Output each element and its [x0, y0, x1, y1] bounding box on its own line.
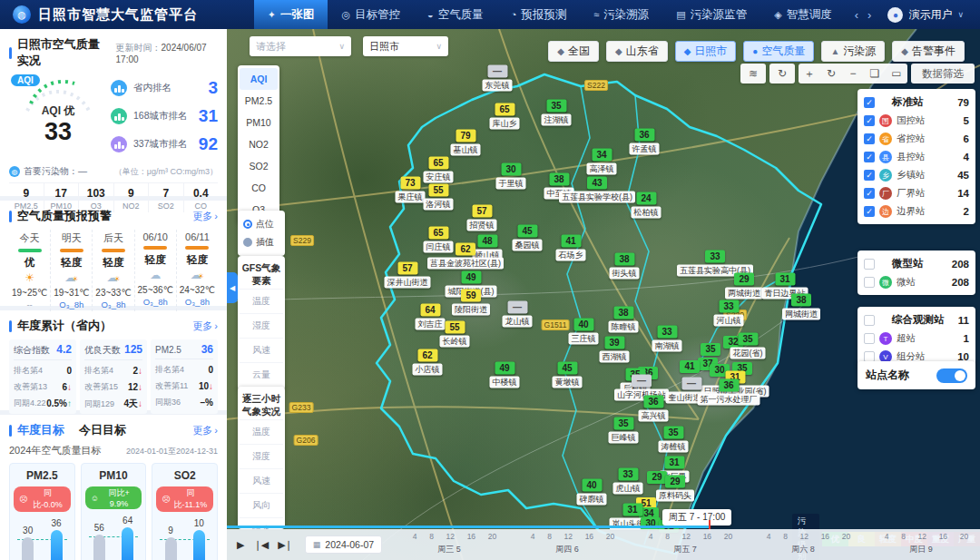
- data-filter-button[interactable]: 数据筛选: [911, 64, 975, 84]
- nav-item-空气质量[interactable]: ◒空气质量: [414, 0, 497, 29]
- map-button-空气质量[interactable]: ●空气质量: [743, 41, 814, 62]
- timeline-day-周三 5[interactable]: 48121620周三 5: [390, 529, 508, 560]
- timeline-day-周六 8[interactable]: 48121620周六 8: [744, 529, 862, 560]
- station-marker-龙山镇[interactable]: —龙山镇: [503, 301, 533, 328]
- nav-item-预报预测[interactable]: ◔预报预测: [497, 0, 581, 29]
- wind-layer-button[interactable]: ≋: [740, 64, 766, 84]
- gfs-item-湿度[interactable]: 湿度: [240, 313, 283, 338]
- checkbox-icon[interactable]: ✓: [864, 97, 875, 108]
- tab-today-target[interactable]: 今日目标: [79, 422, 126, 438]
- station-marker-西湖镇[interactable]: 39西湖镇: [600, 337, 630, 363]
- zoom-out-icon[interactable]: −: [842, 67, 864, 80]
- station-marker-莒县金波苑社区(县)[interactable]: 62莒县金波苑社区(县): [427, 243, 504, 270]
- threehour-item-温度[interactable]: 温度: [240, 419, 283, 444]
- station-marker-巨峰镇[interactable]: 35巨峰镇: [609, 418, 639, 444]
- station-marker-第一污水处理厂[interactable]: 36第一污水处理厂: [698, 379, 760, 406]
- date-picker[interactable]: ▦ 2024-06-07: [305, 535, 382, 554]
- pollutant-tab-PM2.5[interactable]: PM2.5: [240, 90, 278, 112]
- checkbox-icon[interactable]: ✓: [864, 115, 875, 126]
- measure-icon[interactable]: ▭: [886, 67, 907, 80]
- timeline-day-周五 7[interactable]: 48121620周五 7: [626, 529, 744, 560]
- nav-item-污染溯源[interactable]: ≈污染溯源: [580, 0, 662, 29]
- zoom-in-icon[interactable]: ＋: [799, 66, 820, 82]
- collapse-panel-arrow[interactable]: ◀: [227, 272, 238, 303]
- nav-item-智慧调度[interactable]: ◈智慧调度: [760, 0, 845, 29]
- layers-icon[interactable]: ❏: [864, 67, 886, 80]
- station-marker-洛河镇[interactable]: 55洛河镇: [424, 184, 454, 211]
- timeline-day-周四 6[interactable]: 48121620周四 6: [508, 529, 626, 560]
- map-button-日照市[interactable]: ◆日照市: [675, 41, 737, 62]
- station-marker-石场乡[interactable]: 41石场乡: [556, 235, 586, 261]
- refresh-button[interactable]: ↻: [769, 64, 795, 84]
- checkbox-icon[interactable]: ✓: [864, 170, 875, 181]
- station-marker-中楼镇[interactable]: 49中楼镇: [490, 362, 520, 388]
- map-canvas[interactable]: S229G233G206S220G1511S222 —东莞镇65库山乡35注湖镇…: [227, 29, 980, 560]
- map-button-山东省[interactable]: ◆山东省: [606, 41, 668, 62]
- annual-more-link[interactable]: 更多: [192, 319, 218, 333]
- station-marker-网城街道[interactable]: 38网城街道: [782, 294, 820, 320]
- map-button-全国[interactable]: ◆全国: [548, 41, 599, 62]
- gfs-item-云量[interactable]: 云量: [240, 362, 283, 387]
- station-marker-许孟镇[interactable]: 36许孟镇: [630, 129, 660, 155]
- step-back-button[interactable]: ❘◀: [253, 539, 268, 551]
- station-marker-基山镇[interactable]: 79基山镇: [451, 130, 481, 156]
- station-marker-桑园镇[interactable]: 45桑园镇: [513, 225, 543, 251]
- mode-点位[interactable]: 点位: [243, 215, 279, 233]
- nav-item-一张图[interactable]: ✦一张图: [254, 0, 328, 29]
- station-marker-松柏镇[interactable]: 24松柏镇: [632, 192, 662, 219]
- station-marker-黄墩镇[interactable]: 45黄墩镇: [553, 362, 583, 388]
- mode-插值[interactable]: 插值: [243, 233, 279, 251]
- station-marker-五莲县实验学校(县)[interactable]: 43五莲县实验学校(县): [559, 177, 635, 203]
- station-marker-东莞镇[interactable]: —东莞镇: [483, 65, 513, 92]
- station-marker-河山镇[interactable]: 33河山镇: [714, 300, 744, 327]
- district-select[interactable]: 请选择∨: [250, 36, 351, 56]
- checkbox-icon[interactable]: ✓: [864, 206, 875, 217]
- target-more-link[interactable]: 更多: [192, 424, 218, 437]
- threehour-item-风速[interactable]: 风速: [240, 468, 283, 493]
- station-marker-陵阳街道[interactable]: 59陵阳街道: [452, 290, 490, 316]
- forecast-more-link[interactable]: 更多: [192, 210, 218, 223]
- station-marker-招贤镇[interactable]: 57招贤镇: [467, 205, 497, 231]
- station-marker-库山乡[interactable]: 65库山乡: [490, 103, 520, 130]
- station-marker-涛雒镇[interactable]: 35涛雒镇: [659, 427, 689, 453]
- pollutant-tab-AQI[interactable]: AQI: [240, 68, 278, 90]
- station-marker-果庄镇[interactable]: 73果庄镇: [396, 177, 426, 203]
- station-name-toggle[interactable]: [936, 368, 967, 383]
- step-forward-button[interactable]: ▶❘: [278, 539, 292, 551]
- pollutant-tab-NO2[interactable]: NO2: [240, 133, 278, 155]
- station-marker-高兴镇[interactable]: 36高兴镇: [639, 396, 669, 422]
- station-marker-虎山镇[interactable]: 33虎山镇: [613, 468, 643, 495]
- station-marker-安庄镇[interactable]: 65安庄镇: [424, 157, 454, 183]
- checkbox-icon[interactable]: ✓: [864, 133, 875, 144]
- nav-item-污染源监管[interactable]: ▤污染源监管: [662, 0, 760, 29]
- station-marker-三庄镇[interactable]: 40三庄镇: [569, 319, 599, 345]
- station-marker-南湖镇[interactable]: 33南湖镇: [652, 326, 682, 352]
- station-marker-长岭镇[interactable]: 55长岭镇: [440, 321, 470, 348]
- station-marker-陈疃镇[interactable]: 38陈疃镇: [609, 307, 639, 333]
- station-marker-碑廓镇[interactable]: 40碑廓镇: [577, 479, 607, 506]
- map-button-告警事件[interactable]: ◆告警事件: [892, 41, 965, 62]
- pollutant-tab-SO2[interactable]: SO2: [240, 155, 278, 177]
- nav-item-目标管控[interactable]: ◎目标管控: [328, 0, 414, 29]
- checkbox-icon[interactable]: [864, 333, 875, 344]
- nav-scroll-left-icon[interactable]: ‹: [855, 8, 858, 22]
- timeline-day-周日 9[interactable]: 48121620周日 9: [862, 529, 980, 560]
- station-marker-花园(省)[interactable]: 35花园(省): [730, 333, 766, 359]
- pollutant-tab-PM10[interactable]: PM10: [240, 112, 278, 133]
- station-marker-两城街道[interactable]: 29两城街道: [725, 273, 763, 300]
- checkbox-icon[interactable]: [864, 315, 875, 326]
- checkbox-icon[interactable]: [864, 277, 875, 288]
- pollutant-tab-CO[interactable]: CO: [240, 177, 278, 199]
- threehour-item-湿度[interactable]: 湿度: [240, 444, 283, 468]
- station-marker[interactable]: 35: [701, 343, 720, 356]
- station-marker-小店镇[interactable]: 62小店镇: [413, 349, 443, 376]
- gfs-item-温度[interactable]: 温度: [240, 289, 283, 313]
- station-marker-深井山街道[interactable]: 57深井山街道: [385, 262, 431, 289]
- play-button[interactable]: ▶: [237, 539, 243, 551]
- checkbox-icon[interactable]: [864, 259, 875, 270]
- station-marker[interactable]: 41: [680, 360, 700, 373]
- gfs-item-风速[interactable]: 风速: [240, 338, 283, 362]
- station-marker-原料码头[interactable]: 29原料码头: [656, 476, 694, 502]
- user-menu[interactable]: ● 演示用户 ∨: [887, 7, 964, 23]
- station-marker-注湖镇[interactable]: 35注湖镇: [542, 100, 572, 126]
